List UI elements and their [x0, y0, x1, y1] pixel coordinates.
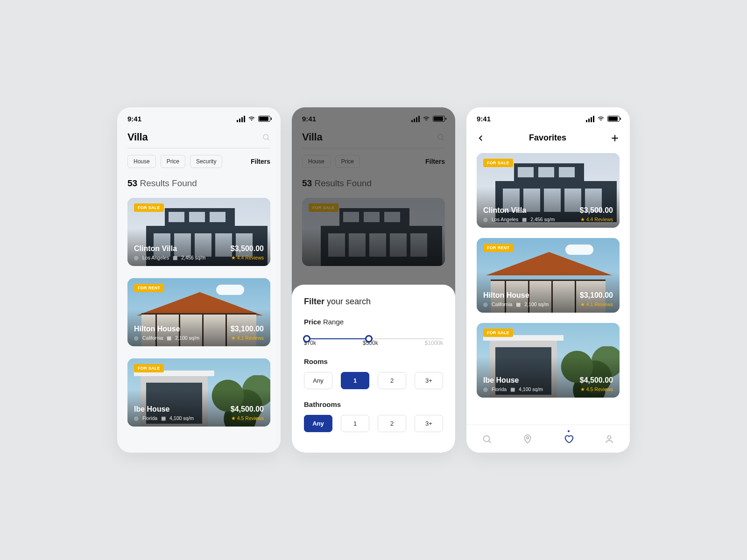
- rooms-section-title: Rooms: [304, 357, 443, 365]
- listing-rating: ★ 4.4 Reviews: [580, 217, 613, 222]
- chip-price[interactable]: Price: [161, 155, 185, 168]
- svg-point-3: [527, 436, 529, 439]
- listing-area: 2,100 sq/m: [175, 335, 199, 341]
- listing-city: Florida: [492, 386, 507, 392]
- listing-area: 2,456 sq/m: [181, 255, 205, 260]
- rooms-opt-2[interactable]: 2: [378, 372, 406, 389]
- rooms-opt-3plus[interactable]: 3+: [415, 372, 443, 389]
- bath-opt-2[interactable]: 2: [378, 415, 406, 432]
- tab-search[interactable]: [482, 434, 492, 444]
- tab-favorites[interactable]: [564, 434, 574, 444]
- favorites-header: Favorites: [466, 126, 630, 146]
- listing-price: $4,500.00: [231, 405, 264, 413]
- rooms-options: Any 1 2 3+: [304, 372, 443, 389]
- search-icon: [482, 434, 492, 444]
- listing-price: $3,500.00: [580, 206, 613, 215]
- listing-rating: ★ 4.5 Reviews: [231, 415, 264, 421]
- listing-price: $4,500.00: [580, 376, 613, 385]
- location-pin-icon: [522, 434, 533, 444]
- bath-opt-any[interactable]: Any: [304, 415, 332, 432]
- listing-price: $3,500.00: [231, 245, 264, 253]
- slider-max-label: $1000k: [425, 340, 443, 346]
- price-section-title: Price Range: [304, 318, 443, 326]
- listing-area: 4,100 sq/m: [169, 415, 194, 421]
- tab-bar: [466, 425, 630, 453]
- location-icon: ◎: [134, 335, 139, 341]
- bathrooms-options: Any 1 2 3+: [304, 415, 443, 432]
- bathrooms-section-title: Bathrooms: [304, 400, 443, 408]
- listing-card[interactable]: FOR SALE Ibe House ◎ Florida ▦ 4,100 sq/…: [127, 358, 270, 427]
- area-icon: ▦: [161, 415, 166, 421]
- bath-opt-3plus[interactable]: 3+: [415, 415, 443, 432]
- screen-search-results: 9:41 Villa House Price Security Filters …: [117, 107, 281, 453]
- area-icon: ▦: [510, 386, 515, 392]
- listing-rating: ★ 4.1 Reviews: [580, 301, 613, 307]
- status-indicators: [586, 115, 620, 123]
- status-indicators: [237, 115, 270, 123]
- screen-favorites: 9:41 Favorites FOR SALE C: [466, 107, 630, 453]
- listing-card[interactable]: FOR SALE Clinton Villa ◎Los Angeles▦2,45…: [477, 153, 620, 228]
- search-header: Villa: [117, 126, 281, 148]
- listing-name: Hilton House: [134, 325, 199, 333]
- favorites-cards: FOR SALE Clinton Villa ◎Los Angeles▦2,45…: [466, 146, 630, 398]
- area-icon: ▦: [516, 301, 521, 307]
- chip-security[interactable]: Security: [190, 155, 222, 168]
- results-count: 53: [127, 178, 137, 188]
- listing-price: $3,100.00: [231, 325, 264, 333]
- location-icon: ◎: [134, 415, 139, 421]
- plus-icon: [610, 133, 620, 143]
- bath-opt-1[interactable]: 1: [341, 415, 369, 432]
- battery-icon: [607, 116, 620, 122]
- listing-card[interactable]: FOR RENT Hilton House ◎California▦2,100 …: [477, 238, 620, 313]
- listing-rating: ★ 4.5 Reviews: [580, 386, 613, 392]
- add-button[interactable]: [610, 133, 620, 143]
- back-button[interactable]: [477, 134, 485, 142]
- user-icon: [604, 434, 614, 444]
- search-icon[interactable]: [262, 133, 270, 141]
- battery-icon: [258, 116, 270, 122]
- signal-icon: [237, 116, 245, 122]
- slider-thumb-max[interactable]: [365, 335, 373, 343]
- chip-house[interactable]: House: [127, 155, 156, 168]
- heart-icon: [564, 434, 574, 444]
- filter-sheet: Filter your search Price Range $70k $500…: [292, 285, 455, 453]
- listing-city: Los Angeles: [142, 255, 169, 260]
- listing-city: California: [492, 301, 512, 307]
- rooms-opt-any[interactable]: Any: [304, 372, 332, 389]
- listing-name: Clinton Villa: [134, 245, 205, 253]
- slider-thumb-min[interactable]: [303, 335, 310, 343]
- listing-area: 2,100 sq/m: [524, 301, 549, 307]
- listing-card[interactable]: FOR SALE Ibe House ◎Florida▦4,100 sq/m $…: [477, 323, 620, 398]
- area-icon: ▦: [173, 255, 177, 260]
- area-icon: ▦: [167, 335, 171, 341]
- listing-city: Los Angeles: [492, 217, 518, 222]
- listing-rating: ★ 4.4 Reviews: [231, 255, 264, 260]
- listing-name: Clinton Villa: [483, 206, 555, 215]
- listing-badge: FOR RENT: [134, 284, 164, 292]
- page-title: Favorites: [529, 133, 566, 143]
- listing-city: Florida: [142, 415, 157, 421]
- tab-profile[interactable]: [604, 434, 614, 444]
- listing-name: Hilton House: [483, 291, 549, 300]
- location-icon: ◎: [483, 217, 488, 222]
- listing-badge: FOR SALE: [483, 329, 513, 337]
- filters-link[interactable]: Filters: [251, 158, 270, 165]
- listing-name: Ibe House: [483, 376, 543, 385]
- listing-badge: FOR SALE: [483, 159, 513, 167]
- listing-cards: FOR SALE Clinton Villa ◎ Los Angeles ▦ 2…: [117, 193, 281, 427]
- status-time: 9:41: [127, 115, 141, 123]
- tab-map[interactable]: [522, 434, 533, 444]
- rooms-opt-1[interactable]: 1: [341, 372, 369, 389]
- listing-badge: FOR RENT: [483, 244, 513, 252]
- listing-card[interactable]: FOR RENT Hilton House ◎ California ▦ 2,1…: [127, 278, 270, 346]
- listing-card[interactable]: FOR SALE Clinton Villa ◎ Los Angeles ▦ 2…: [127, 198, 270, 266]
- svg-point-2: [483, 435, 489, 441]
- listing-badge: FOR SALE: [134, 364, 164, 372]
- sheet-title: Filter your search: [304, 297, 443, 307]
- search-term[interactable]: Villa: [127, 131, 148, 143]
- location-icon: ◎: [134, 255, 139, 260]
- area-icon: ▦: [522, 217, 527, 222]
- results-label: Results Found: [140, 178, 197, 188]
- status-bar: 9:41: [117, 107, 281, 126]
- location-icon: ◎: [483, 301, 488, 307]
